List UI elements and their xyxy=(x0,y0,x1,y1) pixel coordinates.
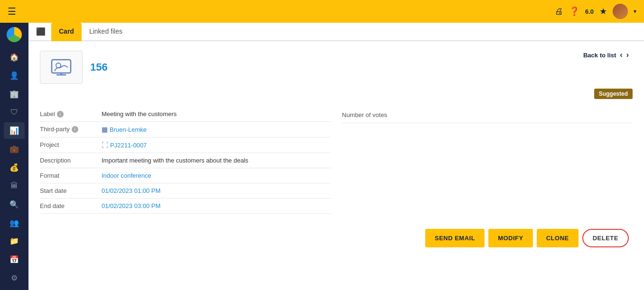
field-row-format: Format Indoor conference xyxy=(40,168,331,183)
sidebar-item-shield[interactable]: 🛡 xyxy=(4,104,25,120)
chevron-down-icon[interactable]: ▾ xyxy=(634,8,636,15)
sidebar-item-chart[interactable]: 📊 xyxy=(4,122,25,139)
svg-point-3 xyxy=(56,63,61,68)
sidebar-item-contacts[interactable]: 👥 xyxy=(4,215,25,231)
field-label-description: Description xyxy=(40,157,102,164)
field-row-end-date: End date 01/02/2023 03:00 PM xyxy=(40,199,331,214)
sidebar-item-money[interactable]: 💰 xyxy=(4,159,25,176)
delete-button[interactable]: DELETE xyxy=(582,229,629,247)
header-right: 🖨 ❓ 6.0 ★ ▾ xyxy=(555,4,636,19)
field-row-project: Project ⛶ PJ2211-0007 xyxy=(40,137,331,153)
hamburger-icon[interactable]: ☰ xyxy=(8,6,16,17)
tabs-bar: ⬛ Card Linked files xyxy=(28,23,644,41)
clone-button[interactable]: CLONE xyxy=(537,229,579,247)
field-row-third-party: Third-party i ▦ Bruen-Lemke xyxy=(40,122,331,137)
field-label-project: Project xyxy=(40,141,102,148)
version-badge: 6.0 xyxy=(585,8,594,15)
sidebar-item-folder[interactable]: 📁 xyxy=(4,233,25,249)
record-icon xyxy=(50,58,73,77)
record-icon-box xyxy=(40,51,83,84)
form-content: 156 Back to list ‹ › Suggested xyxy=(28,41,644,290)
project-icon: ⛶ xyxy=(102,141,108,149)
suggested-badge: Suggested xyxy=(594,89,633,99)
send-email-button[interactable]: SEND EMAIL xyxy=(425,229,485,247)
field-label-third-party: Third-party i xyxy=(40,126,102,133)
project-icon-group: ⛶ PJ2211-0007 xyxy=(102,141,147,149)
back-to-list-link[interactable]: Back to list xyxy=(583,52,616,59)
sidebar-item-settings[interactable]: ⚙ xyxy=(4,270,25,286)
record-header: 156 Back to list ‹ › xyxy=(40,51,633,84)
sidebar-item-building[interactable]: 🏢 xyxy=(4,86,25,102)
field-label-format: Format xyxy=(40,172,102,179)
sidebar-item-search[interactable]: 🔍 xyxy=(4,196,25,213)
sidebar-item-calendar[interactable]: 📅 xyxy=(4,251,25,268)
fields-right: Number of votes xyxy=(342,107,633,214)
content-area: ⬛ Card Linked files 156 xyxy=(28,23,644,290)
record-number: 156 xyxy=(90,51,108,84)
fields-section: Label i Meeting with the customers Third… xyxy=(40,107,633,214)
field-row-description: Description Important meeting with the c… xyxy=(40,153,331,168)
field-value-end-date: 01/02/2023 03:00 PM xyxy=(102,202,331,209)
field-value-format[interactable]: Indoor conference xyxy=(102,172,331,179)
print-icon[interactable]: 🖨 xyxy=(555,7,563,17)
avatar[interactable] xyxy=(613,4,628,19)
field-value-label: Meeting with the customers xyxy=(102,110,331,118)
tab-linked-files[interactable]: Linked files xyxy=(82,23,130,41)
field-value-third-party[interactable]: ▦ Bruen-Lemke xyxy=(102,126,331,133)
info-icon-third-party[interactable]: i xyxy=(72,126,78,133)
prev-arrow[interactable]: ‹ xyxy=(620,51,622,59)
top-header: ☰ 🖨 ❓ 6.0 ★ ▾ xyxy=(0,0,644,23)
sidebar-item-user[interactable]: 👤 xyxy=(4,67,25,84)
tab-back-icon[interactable]: ⬛ xyxy=(36,27,46,36)
field-value-description: Important meeting with the customers abo… xyxy=(102,157,331,164)
logo-circle xyxy=(7,27,22,42)
nav-top-right: Back to list ‹ › xyxy=(583,51,633,59)
tab-card[interactable]: Card xyxy=(51,23,82,41)
action-buttons: SEND EMAIL MODIFY CLONE DELETE xyxy=(40,229,633,247)
modify-button[interactable]: MODIFY xyxy=(488,229,533,247)
sidebar-item-briefcase[interactable]: 💼 xyxy=(4,141,25,157)
field-label-end-date: End date xyxy=(40,202,102,209)
field-value-project[interactable]: ⛶ PJ2211-0007 xyxy=(102,141,331,149)
number-of-votes-label: Number of votes xyxy=(342,111,387,118)
third-party-icon: ▦ Bruen-Lemke xyxy=(102,126,147,133)
info-icon-label[interactable]: i xyxy=(57,111,64,118)
sidebar-logo xyxy=(6,27,23,43)
star-icon[interactable]: ★ xyxy=(599,6,607,17)
building-icon: ▦ xyxy=(102,126,108,133)
sidebar-item-home[interactable]: 🏠 xyxy=(4,49,25,65)
main-layout: 🏠 👤 🏢 🛡 📊 💼 💰 🏛 🔍 👥 📁 📅 ⚙ ⬛ Card Linked … xyxy=(0,23,644,290)
field-label-label: Label i xyxy=(40,110,102,118)
field-row-label: Label i Meeting with the customers xyxy=(40,107,331,122)
field-row-start-date: Start date 01/02/2023 01:00 PM xyxy=(40,183,331,199)
fields-left: Label i Meeting with the customers Third… xyxy=(40,107,331,214)
sidebar-item-bank[interactable]: 🏛 xyxy=(4,178,25,194)
header-left: ☰ xyxy=(8,6,16,17)
next-arrow[interactable]: › xyxy=(626,51,629,59)
help-icon[interactable]: ❓ xyxy=(569,6,579,17)
field-label-start-date: Start date xyxy=(40,187,102,194)
field-value-start-date: 01/02/2023 01:00 PM xyxy=(102,187,331,194)
avatar-image xyxy=(613,4,628,19)
sidebar: 🏠 👤 🏢 🛡 📊 💼 💰 🏛 🔍 👥 📁 📅 ⚙ xyxy=(0,23,28,290)
